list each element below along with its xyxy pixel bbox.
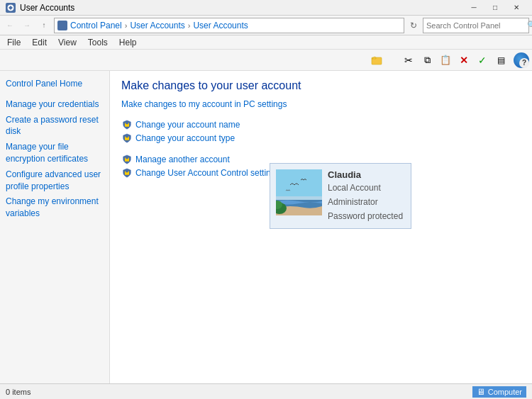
user-info: Claudia Local Account Administrator Pass… [328, 169, 403, 223]
svg-rect-10 [126, 171, 128, 173]
sidebar-control-panel-home[interactable]: Control Panel Home [0, 77, 109, 91]
menu-help[interactable]: Help [115, 37, 141, 48]
path-user-accounts-1[interactable]: User Accounts [130, 21, 184, 30]
sidebar-manage-credentials[interactable]: Manage your credentials [0, 97, 109, 112]
svg-rect-6 [126, 136, 128, 138]
user-card: Claudia Local Account Administrator Pass… [270, 163, 411, 229]
back-button[interactable]: ← [3, 18, 17, 33]
toolbar-copy[interactable]: ⧉ [419, 52, 436, 69]
shield-icon-1 [121, 119, 133, 130]
shield-icon-4 [121, 167, 133, 179]
path-icon [57, 21, 67, 30]
manage-another-account-label: Manage another account [135, 154, 230, 164]
address-path[interactable]: Control Panel › User Accounts › User Acc… [54, 18, 404, 33]
toolbar-delete[interactable]: ✕ [455, 52, 472, 69]
question-mark: ? [519, 58, 529, 68]
action-links: Change your account name Change your acc… [121, 119, 521, 144]
path-control-panel[interactable]: Control Panel [70, 21, 122, 30]
toolbar: ✂ ⧉ 📋 ✕ ✓ ▤ ? [0, 50, 532, 71]
sidebar-advanced-profile[interactable]: Configure advanced user profile properti… [0, 167, 109, 194]
menu-bar: File Edit View Tools Help [0, 35, 532, 50]
sidebar-password-reset-disk[interactable]: Create a password reset disk [0, 113, 109, 140]
page-title: Make changes to your user account [121, 79, 521, 92]
user-detail-local: Local Account [328, 181, 403, 194]
user-detail-admin: Administrator [328, 196, 403, 208]
change-account-type-link[interactable]: Change your account type [121, 133, 521, 144]
path-user-accounts-2[interactable]: User Accounts [193, 21, 248, 30]
main-container: Control Panel Home Manage your credentia… [0, 71, 532, 383]
menu-edit[interactable]: Edit [28, 37, 51, 48]
close-button[interactable]: ✕ [506, 0, 526, 16]
shield-icon-2 [121, 133, 133, 144]
forward-button[interactable]: → [20, 18, 34, 33]
toolbar-check[interactable]: ✓ [474, 52, 491, 69]
change-account-name-link[interactable]: Change your account name [121, 119, 521, 130]
shield-icon-3 [121, 154, 133, 165]
computer-badge: 🖥 Computer [472, 386, 526, 398]
path-sep-1: › [125, 21, 128, 30]
title-bar: User Accounts ─ □ ✕ [0, 0, 532, 16]
window-title: User Accounts [20, 3, 74, 13]
maximize-button[interactable]: □ [485, 0, 505, 16]
sidebar-links: Manage your credentials Create a passwor… [0, 97, 109, 221]
user-name: Claudia [328, 169, 403, 180]
up-button[interactable]: ↑ [37, 18, 51, 33]
toolbar-new-folder[interactable] [356, 52, 399, 69]
toolbar-cut[interactable]: ✂ [400, 52, 417, 69]
refresh-button[interactable]: ↻ [407, 19, 420, 32]
uac-settings-label: Change User Account Control settings [135, 168, 279, 178]
pc-settings-link[interactable]: Make changes to my account in PC setting… [121, 99, 521, 109]
menu-tools[interactable]: Tools [84, 37, 112, 48]
search-input[interactable] [426, 21, 524, 30]
sidebar-file-encryption[interactable]: Manage your file encryption certificates [0, 140, 109, 167]
items-count: 0 items [6, 388, 31, 396]
menu-view[interactable]: View [54, 37, 81, 48]
search-box[interactable]: 🔍 [423, 18, 529, 33]
user-detail-password: Password protected [328, 210, 403, 223]
svg-rect-4 [126, 123, 128, 125]
change-account-name-label: Change your account name [135, 120, 240, 130]
path-sep-2: › [188, 21, 191, 30]
computer-label: Computer [488, 388, 522, 396]
toolbar-paste[interactable]: 📋 [437, 52, 454, 69]
window-controls: ─ □ ✕ [464, 0, 526, 16]
toolbar-properties[interactable]: ▤ [492, 52, 509, 69]
minimize-button[interactable]: ─ [464, 0, 484, 16]
svg-rect-13 [276, 196, 322, 200]
menu-file[interactable]: File [3, 37, 25, 48]
search-icon[interactable]: 🔍 [527, 21, 532, 30]
monitor-icon: 🖥 [477, 387, 485, 397]
svg-rect-8 [126, 157, 128, 159]
sidebar-environment-variables[interactable]: Change my environment variables [0, 194, 109, 221]
status-right: 🖥 Computer [472, 386, 526, 398]
window-icon [6, 3, 16, 13]
user-avatar [276, 169, 322, 215]
sidebar: Control Panel Home Manage your credentia… [0, 71, 110, 383]
address-bar: ← → ↑ Control Panel › User Accounts › Us… [0, 16, 532, 35]
status-bar: 0 items 🖥 Computer [0, 383, 532, 399]
internet-explorer-icon: ? [514, 52, 529, 68]
change-account-type-label: Change your account type [135, 133, 235, 143]
